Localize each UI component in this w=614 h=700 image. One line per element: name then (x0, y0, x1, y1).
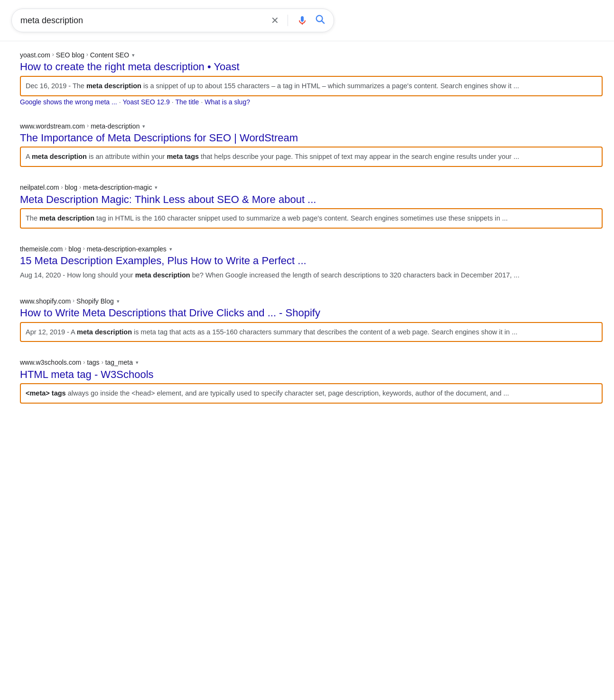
result-item: www.shopify.com › Shopify Blog ▾ How to … (20, 297, 603, 342)
breadcrumb: www.shopify.com (20, 297, 71, 305)
svg-line-1 (322, 21, 324, 23)
result-title[interactable]: How to Write Meta Descriptions that Driv… (20, 306, 603, 320)
breadcrumb: meta-description-magic (83, 183, 152, 192)
dropdown-arrow-icon[interactable]: ▾ (142, 123, 145, 129)
breadcrumb: blog (68, 245, 81, 253)
search-input[interactable] (20, 16, 271, 26)
result-item: www.wordstream.com › meta-description ▾ … (20, 122, 603, 167)
result-snippet: Dec 16, 2019 - The meta description is a… (20, 76, 603, 96)
result-title[interactable]: Meta Description Magic: Think Less about… (20, 193, 603, 207)
search-bar-wrapper: ✕ (0, 0, 614, 41)
breadcrumb: tags (87, 358, 99, 367)
breadcrumb: Shopify Blog (76, 297, 114, 305)
result-url: www.wordstream.com › meta-description ▾ (20, 122, 603, 130)
result-title[interactable]: How to create the right meta description… (20, 60, 603, 74)
search-bar: ✕ (11, 9, 334, 32)
breadcrumb: blog (65, 183, 77, 192)
dropdown-arrow-icon[interactable]: ▾ (155, 184, 158, 191)
result-title[interactable]: HTML meta tag - W3Schools (20, 368, 603, 382)
breadcrumb: neilpatel.com (20, 183, 59, 192)
dropdown-arrow-icon[interactable]: ▾ (117, 298, 120, 304)
breadcrumb: www.w3schools.com (20, 358, 81, 367)
breadcrumb: meta-description-examples (87, 245, 167, 253)
result-item: www.w3schools.com › tags › tag_meta ▾ HT… (20, 358, 603, 404)
breadcrumb: tag_meta (105, 358, 133, 367)
breadcrumb: themeisle.com (20, 245, 63, 253)
result-url: www.shopify.com › Shopify Blog ▾ (20, 297, 603, 305)
result-url: themeisle.com › blog › meta-description-… (20, 245, 603, 253)
dropdown-arrow-icon[interactable]: ▾ (132, 52, 135, 58)
result-snippet: Aug 14, 2020 - How long should your meta… (20, 270, 603, 281)
result-snippet: The meta description tag in HTML is the … (20, 208, 603, 229)
sitelink[interactable]: Google shows the wrong meta ... (20, 98, 117, 106)
breadcrumb: meta-description (91, 122, 140, 130)
sitelink[interactable]: The title (176, 98, 199, 106)
results-container: yoast.com › SEO blog › Content SEO ▾ How… (0, 41, 614, 431)
search-icons: ✕ (271, 14, 325, 27)
breadcrumb: yoast.com (20, 51, 50, 59)
result-item: neilpatel.com › blog › meta-description-… (20, 183, 603, 229)
sitelinks: Google shows the wrong meta ... · Yoast … (20, 98, 603, 106)
result-snippet: <meta> tags always go inside the <head> … (20, 383, 603, 404)
result-snippet: Apr 12, 2019 - A meta description is met… (20, 322, 603, 342)
divider (288, 15, 288, 26)
result-item: yoast.com › SEO blog › Content SEO ▾ How… (20, 51, 603, 106)
result-title[interactable]: 15 Meta Description Examples, Plus How t… (20, 254, 603, 268)
breadcrumb: Content SEO (90, 51, 130, 59)
breadcrumb: www.wordstream.com (20, 122, 85, 130)
result-title[interactable]: The Importance of Meta Descriptions for … (20, 131, 603, 145)
result-snippet: A meta description is an attribute withi… (20, 147, 603, 167)
sitelink[interactable]: What is a slug? (205, 98, 250, 106)
search-button[interactable] (315, 14, 325, 27)
mic-icon[interactable] (297, 15, 308, 26)
clear-icon[interactable]: ✕ (271, 15, 279, 26)
dropdown-arrow-icon[interactable]: ▾ (136, 359, 139, 366)
breadcrumb: SEO blog (56, 51, 84, 59)
result-url: www.w3schools.com › tags › tag_meta ▾ (20, 358, 603, 367)
result-item: themeisle.com › blog › meta-description-… (20, 245, 603, 281)
dropdown-arrow-icon[interactable]: ▾ (169, 246, 172, 252)
result-url: neilpatel.com › blog › meta-description-… (20, 183, 603, 192)
result-url: yoast.com › SEO blog › Content SEO ▾ (20, 51, 603, 59)
sitelink[interactable]: Yoast SEO 12.9 (123, 98, 170, 106)
